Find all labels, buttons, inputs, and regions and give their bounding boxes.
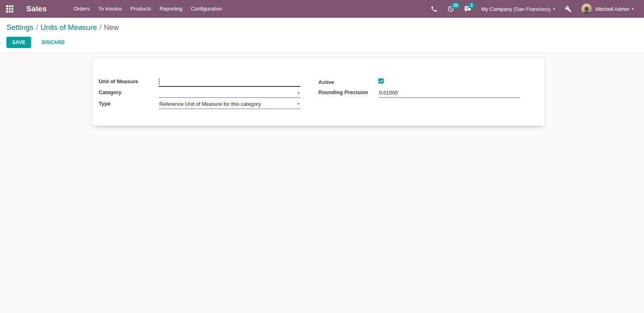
messages-count-badge: 2 xyxy=(468,2,475,8)
messages-button[interactable]: 2 xyxy=(459,0,476,18)
menu-to-invoice[interactable]: To Invoice xyxy=(94,0,126,18)
breadcrumb: Settings/Units of Measure/New xyxy=(6,18,638,32)
apps-grid-icon xyxy=(6,5,13,12)
app-title: Sales xyxy=(26,4,47,13)
field-row-category: Category ▾ xyxy=(99,87,300,98)
type-select[interactable]: Reference Unit of Measure for this categ… xyxy=(158,100,300,109)
menu-orders[interactable]: Orders xyxy=(70,0,94,18)
activities-count-badge: 20 xyxy=(451,2,460,8)
phone-icon xyxy=(431,6,437,13)
form-sheet: Unit of Measure Category ▾ Type xyxy=(92,57,545,126)
unit-of-measure-label: Unit of Measure xyxy=(99,78,158,87)
menu-reporting[interactable]: Reporting xyxy=(155,0,186,18)
field-row-unit-of-measure: Unit of Measure xyxy=(99,76,300,87)
type-label: Type xyxy=(99,101,158,109)
chevron-down-icon: ▾ xyxy=(298,91,300,95)
breadcrumb-separator: / xyxy=(97,23,104,32)
chevron-down-icon: ▾ xyxy=(553,7,555,11)
user-avatar xyxy=(581,4,592,14)
company-name: My Company (San Francisco) xyxy=(481,6,551,12)
top-navbar: Sales Orders To Invoice Products Reporti… xyxy=(0,0,644,18)
category-select[interactable]: ▾ xyxy=(158,89,300,98)
breadcrumb-units-of-measure[interactable]: Units of Measure xyxy=(40,23,97,32)
activities-button[interactable]: 20 xyxy=(442,0,459,18)
toolbar: SAVE DISCARD xyxy=(6,37,638,48)
user-menu[interactable]: Mitchell Admin ▾ xyxy=(576,0,638,18)
developer-tools-button[interactable] xyxy=(560,0,576,18)
menu-products[interactable]: Products xyxy=(126,0,155,18)
breadcrumb-current: New xyxy=(104,23,119,32)
field-row-active: Active xyxy=(319,76,520,87)
form-left-column: Unit of Measure Category ▾ Type xyxy=(99,76,319,126)
rounding-precision-input[interactable] xyxy=(378,89,520,98)
save-button[interactable]: SAVE xyxy=(6,37,31,48)
navbar-systray: 20 2 My Company (San Francisco) ▾ Mitche… xyxy=(426,0,644,18)
company-switcher[interactable]: My Company (San Francisco) ▾ xyxy=(476,0,560,18)
active-label: Active xyxy=(319,79,378,87)
field-row-rounding-precision: Rounding Precision xyxy=(319,87,520,98)
control-panel: Settings/Units of Measure/New SAVE DISCA… xyxy=(0,18,644,53)
form-right-column: Active Rounding Precision xyxy=(319,76,538,126)
rounding-precision-label: Rounding Precision xyxy=(319,89,378,98)
form-view: Unit of Measure Category ▾ Type xyxy=(0,53,644,313)
category-label: Category xyxy=(99,89,158,98)
apps-menu-button[interactable] xyxy=(0,0,19,18)
field-row-type: Type Reference Unit of Measure for this … xyxy=(99,98,300,109)
wrench-icon xyxy=(565,6,572,13)
user-name: Mitchell Admin xyxy=(595,6,629,12)
breadcrumb-settings[interactable]: Settings xyxy=(6,23,34,32)
active-checkbox[interactable] xyxy=(378,78,384,84)
breadcrumb-separator: / xyxy=(34,23,40,32)
unit-of-measure-input[interactable] xyxy=(158,78,300,87)
type-value: Reference Unit of Measure for this categ… xyxy=(159,101,261,107)
discard-button[interactable]: DISCARD xyxy=(36,37,70,48)
chevron-down-icon: ▾ xyxy=(298,102,300,106)
menu-configuration[interactable]: Configuration xyxy=(187,0,226,18)
voip-phone-button[interactable] xyxy=(426,0,442,18)
chevron-down-icon: ▾ xyxy=(631,7,633,11)
text-cursor xyxy=(159,78,159,85)
main-menu: Orders To Invoice Products Reporting Con… xyxy=(70,0,226,18)
